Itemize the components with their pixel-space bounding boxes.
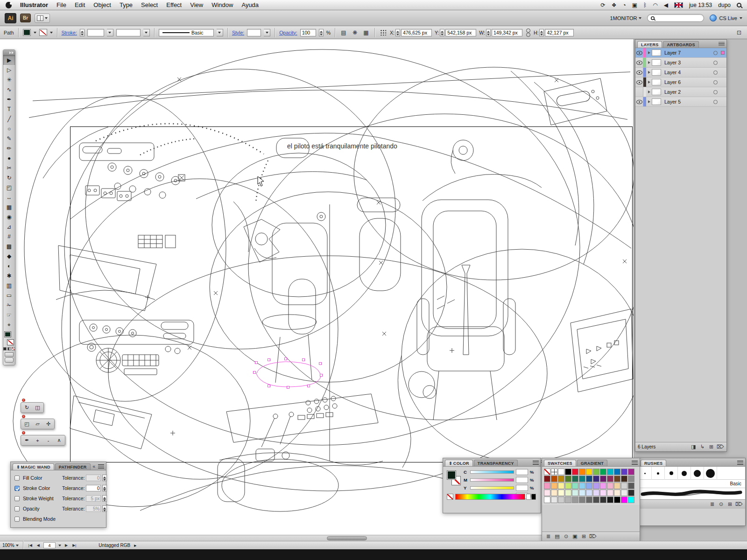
search-input[interactable] — [647, 14, 704, 22]
w-stepper[interactable] — [486, 29, 491, 36]
swatch[interactable] — [558, 476, 564, 482]
visibility-toggle[interactable] — [635, 58, 643, 67]
hand-tool[interactable]: ☞ — [3, 310, 15, 320]
chevron-down-icon[interactable] — [50, 32, 53, 34]
fill-swatch[interactable] — [4, 331, 11, 337]
brush-item[interactable] — [652, 467, 665, 480]
close-icon[interactable] — [22, 399, 25, 402]
lasso-tool[interactable]: ∿ — [3, 84, 15, 94]
swatch[interactable] — [551, 483, 557, 489]
pen-tool[interactable]: ✒ — [21, 436, 32, 445]
brush-item-charcoal[interactable] — [639, 488, 745, 499]
align-grid-icon[interactable]: ▦ — [362, 28, 370, 36]
swatch[interactable] — [565, 476, 571, 482]
delete-layer-icon[interactable]: ⌦ — [716, 443, 724, 450]
swatch[interactable] — [593, 469, 599, 475]
visibility-toggle[interactable] — [635, 97, 643, 106]
checkbox[interactable] — [14, 486, 20, 491]
scale-tool[interactable]: ◰ — [21, 420, 32, 428]
fill-color-swatch[interactable] — [23, 29, 31, 36]
panel-menu-icon[interactable] — [98, 464, 104, 469]
direct-selection-tool[interactable]: ▷ — [3, 65, 15, 75]
swatch[interactable] — [600, 469, 606, 475]
swatch[interactable] — [586, 497, 592, 503]
fast-user-switch-label[interactable]: dupo — [718, 2, 731, 8]
width-profile-dropdown[interactable] — [116, 29, 141, 36]
tolerance-stepper[interactable] — [102, 475, 107, 481]
chevron-down-icon[interactable] — [264, 29, 270, 36]
stroke-weight-field[interactable] — [87, 29, 104, 36]
eyedropper-tool[interactable]: ◆ — [3, 251, 15, 261]
stroke-swatch[interactable] — [7, 339, 14, 345]
new-color-group-icon[interactable]: ▣ — [571, 533, 579, 540]
swatch[interactable] — [558, 469, 564, 475]
symbol-sprayer-tool[interactable]: ✱ — [3, 271, 15, 280]
menu-item[interactable]: File — [56, 1, 66, 8]
swatch[interactable] — [572, 483, 578, 489]
magic-wand-tool[interactable]: ✳ — [3, 75, 15, 84]
displays-icon[interactable]: ▣ — [632, 2, 637, 8]
convert-anchor-point-tool[interactable]: ∧ — [54, 436, 64, 445]
scale-tool[interactable]: ◰ — [3, 182, 15, 192]
arrange-documents-button[interactable] — [35, 14, 50, 23]
swatch[interactable] — [621, 483, 627, 489]
panel-menu-icon[interactable] — [632, 461, 638, 465]
gradient-tool[interactable]: ▩ — [3, 241, 15, 251]
visibility-toggle[interactable] — [635, 48, 643, 57]
layer-row[interactable]: Layer 4 — [635, 68, 726, 77]
tolerance-field[interactable]: 0 — [86, 485, 101, 491]
chevron-down-icon[interactable] — [58, 545, 61, 546]
swatch[interactable] — [579, 483, 585, 489]
swatch[interactable] — [551, 490, 557, 496]
opacity-field[interactable]: 100 — [300, 29, 316, 36]
target-circle-icon[interactable] — [713, 80, 718, 84]
swatch[interactable] — [551, 497, 557, 503]
constrain-proportions-icon[interactable] — [526, 28, 530, 37]
ellipse-tool[interactable]: ○ — [3, 124, 15, 133]
menu-item[interactable]: View — [190, 1, 203, 8]
disclosure-triangle-icon[interactable] — [648, 51, 650, 54]
target-circle-icon[interactable] — [713, 100, 718, 104]
layer-row[interactable]: Layer 5 — [635, 97, 726, 107]
selection-overlay[interactable] — [254, 358, 323, 389]
swatch[interactable] — [558, 497, 564, 503]
status-detail-arrow[interactable]: ▸ — [134, 543, 136, 548]
document-setup-icon[interactable]: ▤ — [339, 28, 348, 36]
swatch[interactable] — [600, 497, 606, 503]
swatch[interactable] — [607, 476, 613, 482]
fit-screen-icon[interactable]: ⊡ — [735, 28, 743, 36]
collapse-icon[interactable]: « — [92, 464, 96, 469]
zoom-level-dropdown[interactable]: 100% — [2, 543, 19, 548]
swatch[interactable] — [600, 490, 606, 496]
black-swatch[interactable] — [531, 494, 536, 500]
swatch[interactable] — [551, 469, 557, 475]
tab-gradient[interactable]: GRADIENT — [577, 460, 607, 466]
swatch[interactable] — [586, 469, 592, 475]
zoom-tool[interactable]: ⌖ — [3, 320, 15, 329]
brush-item[interactable] — [665, 467, 678, 480]
checkbox[interactable] — [14, 496, 20, 501]
tolerance-stepper[interactable] — [102, 505, 107, 512]
swatch[interactable] — [565, 490, 571, 496]
chevron-down-icon[interactable] — [34, 32, 36, 34]
swatch[interactable] — [565, 483, 571, 489]
swatch[interactable] — [621, 490, 627, 496]
swatch[interactable] — [614, 469, 620, 475]
disclosure-triangle-icon[interactable] — [648, 91, 650, 93]
swatch[interactable] — [593, 483, 599, 489]
cs-live-button[interactable]: CS Live — [710, 14, 742, 21]
target-circle-icon[interactable] — [713, 61, 718, 65]
menu-item[interactable]: Object — [93, 1, 111, 8]
visibility-toggle[interactable] — [635, 87, 643, 97]
yellow-value-field[interactable] — [516, 485, 528, 491]
next-artboard-button[interactable]: ▶ — [64, 543, 69, 547]
tolerance-field[interactable]: 5 px — [86, 495, 101, 502]
swatch[interactable] — [544, 476, 550, 482]
w-field[interactable]: 149,342 px — [492, 29, 522, 36]
disclosure-triangle-icon[interactable] — [648, 71, 650, 74]
swatch[interactable] — [614, 497, 620, 503]
new-swatch-icon[interactable]: ⊞ — [580, 533, 588, 540]
brush-item[interactable] — [678, 467, 691, 480]
stroke-color-swatch[interactable] — [39, 29, 47, 36]
layer-row[interactable]: Layer 3 — [635, 58, 726, 68]
